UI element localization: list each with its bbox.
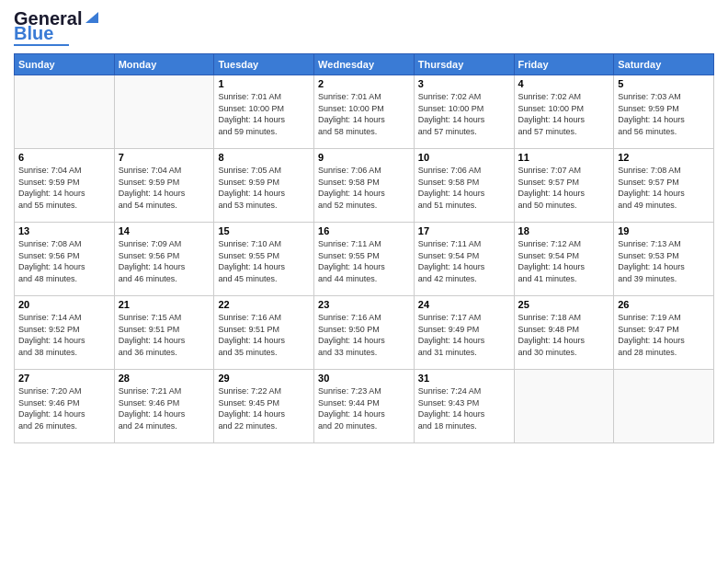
day-info: Sunrise: 7:11 AM Sunset: 9:55 PM Dayligh… — [318, 238, 410, 284]
day-number: 5 — [618, 78, 710, 89]
day-info: Sunrise: 7:22 AM Sunset: 9:45 PM Dayligh… — [218, 385, 310, 431]
day-info: Sunrise: 7:16 AM Sunset: 9:50 PM Dayligh… — [318, 312, 410, 358]
calendar-cell: 18Sunrise: 7:12 AM Sunset: 9:54 PM Dayli… — [514, 223, 614, 296]
svg-marker-0 — [85, 12, 98, 23]
calendar-cell: 12Sunrise: 7:08 AM Sunset: 9:57 PM Dayli… — [614, 149, 714, 223]
day-info: Sunrise: 7:08 AM Sunset: 9:56 PM Dayligh… — [18, 238, 110, 284]
day-info: Sunrise: 7:21 AM Sunset: 9:46 PM Dayligh… — [119, 385, 210, 431]
day-info: Sunrise: 7:18 AM Sunset: 9:48 PM Dayligh… — [518, 312, 610, 358]
day-info: Sunrise: 7:01 AM Sunset: 10:00 PM Daylig… — [218, 91, 310, 137]
day-number: 20 — [18, 299, 110, 310]
day-info: Sunrise: 7:05 AM Sunset: 9:59 PM Dayligh… — [218, 165, 310, 211]
day-number: 30 — [318, 373, 410, 384]
calendar-cell: 31Sunrise: 7:24 AM Sunset: 9:43 PM Dayli… — [414, 370, 514, 443]
weekday-monday: Monday — [114, 54, 214, 75]
calendar-cell — [114, 75, 214, 149]
day-info: Sunrise: 7:10 AM Sunset: 9:55 PM Dayligh… — [218, 238, 310, 284]
day-info: Sunrise: 7:16 AM Sunset: 9:51 PM Dayligh… — [218, 312, 310, 358]
calendar-cell: 19Sunrise: 7:13 AM Sunset: 9:53 PM Dayli… — [614, 223, 714, 296]
logo: General Blue — [14, 9, 100, 46]
weekday-wednesday: Wednesday — [314, 54, 415, 75]
calendar-cell: 14Sunrise: 7:09 AM Sunset: 9:56 PM Dayli… — [114, 223, 214, 296]
day-number: 18 — [518, 225, 610, 236]
day-number: 22 — [218, 299, 310, 310]
day-info: Sunrise: 7:15 AM Sunset: 9:51 PM Dayligh… — [119, 312, 210, 358]
day-number: 1 — [218, 78, 310, 89]
day-number: 7 — [119, 152, 210, 163]
day-info: Sunrise: 7:14 AM Sunset: 9:52 PM Dayligh… — [18, 312, 110, 358]
calendar-cell: 4Sunrise: 7:02 AM Sunset: 10:00 PM Dayli… — [514, 75, 614, 149]
day-info: Sunrise: 7:12 AM Sunset: 9:54 PM Dayligh… — [518, 238, 610, 284]
day-number: 19 — [618, 225, 710, 236]
week-row-1: 6Sunrise: 7:04 AM Sunset: 9:59 PM Daylig… — [15, 149, 714, 223]
calendar-body: 1Sunrise: 7:01 AM Sunset: 10:00 PM Dayli… — [15, 75, 714, 443]
day-info: Sunrise: 7:03 AM Sunset: 9:59 PM Dayligh… — [618, 91, 710, 137]
day-info: Sunrise: 7:20 AM Sunset: 9:46 PM Dayligh… — [18, 385, 110, 431]
day-info: Sunrise: 7:08 AM Sunset: 9:57 PM Dayligh… — [618, 165, 710, 211]
calendar-cell: 2Sunrise: 7:01 AM Sunset: 10:00 PM Dayli… — [314, 75, 415, 149]
day-number: 2 — [318, 78, 410, 89]
logo-underline — [14, 44, 69, 46]
day-number: 11 — [518, 152, 610, 163]
calendar-header: SundayMondayTuesdayWednesdayThursdayFrid… — [15, 54, 714, 75]
day-number: 13 — [18, 225, 110, 236]
calendar-cell — [614, 370, 714, 443]
day-info: Sunrise: 7:24 AM Sunset: 9:43 PM Dayligh… — [418, 385, 510, 431]
calendar-cell: 11Sunrise: 7:07 AM Sunset: 9:57 PM Dayli… — [514, 149, 614, 223]
day-number: 3 — [418, 78, 510, 89]
calendar-cell: 20Sunrise: 7:14 AM Sunset: 9:52 PM Dayli… — [15, 296, 115, 370]
calendar-cell — [514, 370, 614, 443]
day-info: Sunrise: 7:17 AM Sunset: 9:49 PM Dayligh… — [418, 312, 510, 358]
logo-text-blue: Blue — [14, 24, 53, 42]
day-info: Sunrise: 7:23 AM Sunset: 9:44 PM Dayligh… — [318, 385, 410, 431]
day-number: 31 — [418, 373, 510, 384]
day-number: 4 — [518, 78, 610, 89]
weekday-tuesday: Tuesday — [214, 54, 314, 75]
calendar-cell: 13Sunrise: 7:08 AM Sunset: 9:56 PM Dayli… — [15, 223, 115, 296]
day-number: 15 — [218, 225, 310, 236]
day-info: Sunrise: 7:04 AM Sunset: 9:59 PM Dayligh… — [18, 165, 110, 211]
day-number: 14 — [119, 225, 210, 236]
week-row-2: 13Sunrise: 7:08 AM Sunset: 9:56 PM Dayli… — [15, 223, 714, 296]
calendar-cell: 10Sunrise: 7:06 AM Sunset: 9:58 PM Dayli… — [414, 149, 514, 223]
weekday-friday: Friday — [514, 54, 614, 75]
day-number: 10 — [418, 152, 510, 163]
day-number: 24 — [418, 299, 510, 310]
day-info: Sunrise: 7:02 AM Sunset: 10:00 PM Daylig… — [518, 91, 610, 137]
day-number: 23 — [318, 299, 410, 310]
day-info: Sunrise: 7:06 AM Sunset: 9:58 PM Dayligh… — [318, 165, 410, 211]
day-number: 29 — [218, 373, 310, 384]
calendar-cell: 9Sunrise: 7:06 AM Sunset: 9:58 PM Daylig… — [314, 149, 415, 223]
weekday-row: SundayMondayTuesdayWednesdayThursdayFrid… — [15, 54, 714, 75]
calendar-cell: 30Sunrise: 7:23 AM Sunset: 9:44 PM Dayli… — [314, 370, 415, 443]
weekday-saturday: Saturday — [614, 54, 714, 75]
day-info: Sunrise: 7:02 AM Sunset: 10:00 PM Daylig… — [418, 91, 510, 137]
calendar-cell: 3Sunrise: 7:02 AM Sunset: 10:00 PM Dayli… — [414, 75, 514, 149]
calendar-cell: 27Sunrise: 7:20 AM Sunset: 9:46 PM Dayli… — [15, 370, 115, 443]
week-row-3: 20Sunrise: 7:14 AM Sunset: 9:52 PM Dayli… — [15, 296, 714, 370]
day-info: Sunrise: 7:09 AM Sunset: 9:56 PM Dayligh… — [119, 238, 210, 284]
calendar-cell: 5Sunrise: 7:03 AM Sunset: 9:59 PM Daylig… — [614, 75, 714, 149]
calendar-cell: 25Sunrise: 7:18 AM Sunset: 9:48 PM Dayli… — [514, 296, 614, 370]
page: General Blue SundayMondayTuesdayWednesda… — [0, 0, 728, 563]
day-number: 9 — [318, 152, 410, 163]
weekday-thursday: Thursday — [414, 54, 514, 75]
calendar-cell: 6Sunrise: 7:04 AM Sunset: 9:59 PM Daylig… — [15, 149, 115, 223]
header: General Blue — [14, 9, 714, 46]
calendar-cell: 24Sunrise: 7:17 AM Sunset: 9:49 PM Dayli… — [414, 296, 514, 370]
calendar-cell: 21Sunrise: 7:15 AM Sunset: 9:51 PM Dayli… — [114, 296, 214, 370]
calendar-cell: 16Sunrise: 7:11 AM Sunset: 9:55 PM Dayli… — [314, 223, 415, 296]
day-info: Sunrise: 7:01 AM Sunset: 10:00 PM Daylig… — [318, 91, 410, 137]
day-info: Sunrise: 7:19 AM Sunset: 9:47 PM Dayligh… — [618, 312, 710, 358]
day-number: 6 — [18, 152, 110, 163]
weekday-sunday: Sunday — [15, 54, 115, 75]
logo-triangle-icon — [84, 8, 100, 25]
day-info: Sunrise: 7:04 AM Sunset: 9:59 PM Dayligh… — [119, 165, 210, 211]
day-info: Sunrise: 7:07 AM Sunset: 9:57 PM Dayligh… — [518, 165, 610, 211]
day-number: 12 — [618, 152, 710, 163]
week-row-4: 27Sunrise: 7:20 AM Sunset: 9:46 PM Dayli… — [15, 370, 714, 443]
day-number: 25 — [518, 299, 610, 310]
day-info: Sunrise: 7:06 AM Sunset: 9:58 PM Dayligh… — [418, 165, 510, 211]
calendar-cell: 1Sunrise: 7:01 AM Sunset: 10:00 PM Dayli… — [214, 75, 314, 149]
day-number: 16 — [318, 225, 410, 236]
